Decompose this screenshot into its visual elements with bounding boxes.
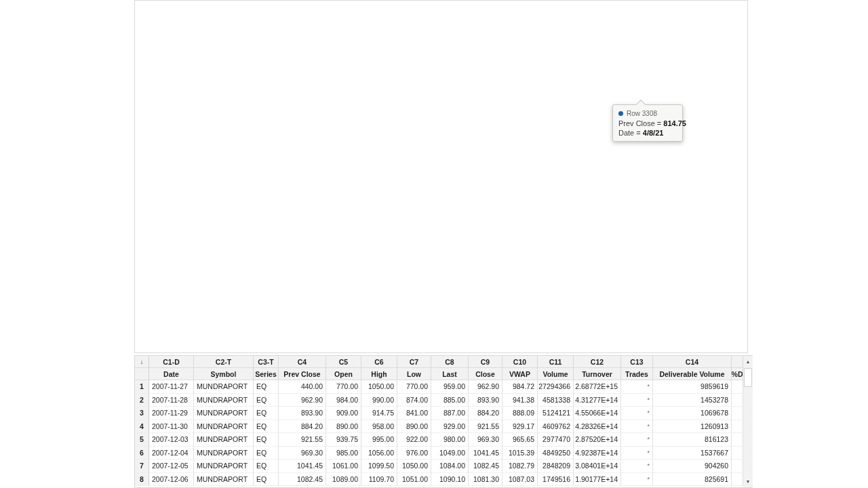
chevron-down-icon: ▼ bbox=[449, 259, 455, 266]
x-tick-label: 0 bbox=[518, 263, 552, 270]
group-variable-box[interactable] bbox=[279, 286, 461, 310]
column-item-deliverable-volume[interactable]: C14Deliverable Volume bbox=[135, 262, 273, 281]
column-item-last[interactable]: C8Last bbox=[135, 148, 273, 167]
reset-button[interactable]: Reset bbox=[212, 328, 260, 346]
highlighted-point[interactable] bbox=[638, 85, 650, 97]
gallery-grid-icon bbox=[487, 21, 502, 39]
table-row[interactable]: 62007-12-04MUNDRAPORTEQ969.30985.001056.… bbox=[135, 447, 743, 460]
table-row[interactable]: 42007-11-30MUNDRAPORTEQ884.20890.00958.0… bbox=[135, 420, 743, 434]
table-row[interactable]: 52007-12-03MUNDRAPORTEQ921.55939.75995.0… bbox=[135, 433, 743, 447]
y-variables-box[interactable]: Date✕ bbox=[279, 62, 461, 130]
remove-chip-icon[interactable]: ✕ bbox=[313, 73, 318, 80]
create-button[interactable]: Create bbox=[623, 328, 678, 346]
remove-chip-icon[interactable]: ✕ bbox=[334, 157, 339, 163]
gallery-tile-label: Gallery bbox=[483, 41, 505, 50]
x-variables-label: X variables bbox=[281, 136, 317, 144]
scrollbar-thumb[interactable] bbox=[744, 368, 752, 387]
titlebar[interactable]: Graph Builder — ✕ bbox=[134, 0, 748, 15]
cancel-button[interactable]: Cancel bbox=[688, 328, 732, 346]
scroll-up-icon[interactable]: ▲ bbox=[743, 357, 753, 367]
variable-chip-prev-close[interactable]: Prev Close✕ bbox=[285, 152, 344, 168]
v-gridline bbox=[604, 83, 604, 257]
layout-label: Layout bbox=[281, 244, 303, 252]
gallery-tile-label: Bar Chart bbox=[559, 41, 590, 50]
column-item-date[interactable]: C1Date bbox=[135, 15, 273, 34]
table-header-names[interactable]: DateSymbolSeriesPrev CloseOpenHighLowLas… bbox=[135, 368, 743, 380]
column-item-trades[interactable]: C13Trades bbox=[135, 243, 273, 262]
sort-arrow-icon: ↓ bbox=[135, 356, 149, 368]
y-tick-mark bbox=[529, 229, 532, 230]
column-item--deliverble[interactable]: C15%Deliverble bbox=[135, 281, 273, 300]
gallery-tile-scatterplot[interactable]: Scatterplot bbox=[651, 15, 699, 60]
collapse-triangle-icon: ▲ bbox=[281, 227, 286, 233]
y-tick-mark bbox=[529, 166, 532, 167]
y-tick-label: 6/18/20 bbox=[492, 97, 528, 104]
gallery-tile-gallery[interactable]: Gallery bbox=[471, 15, 518, 60]
chart-type-gallery: Galleryo ChartBar ChartPie ChartScatterp… bbox=[468, 15, 748, 63]
y-tick-label: 7/6/09 bbox=[492, 225, 528, 232]
y-tick-mark bbox=[529, 197, 532, 197]
x-tick-mark bbox=[604, 257, 604, 260]
group-variable-label: Group variable bbox=[281, 277, 330, 285]
restore-icon[interactable] bbox=[696, 0, 719, 14]
y-tick-mark bbox=[529, 134, 532, 134]
chevron-down-icon: ▼ bbox=[454, 39, 460, 45]
table-row[interactable]: 32007-11-29MUNDRAPORTEQ893.90909.00914.7… bbox=[135, 407, 743, 420]
series-dot-icon bbox=[618, 111, 623, 116]
gallery-tile-binned-scatterplot[interactable]: Binned Scatterplot bbox=[701, 15, 748, 60]
column-item-volume[interactable]: C11Volume bbox=[135, 205, 273, 224]
table-header-ids[interactable]: ↓C1-DC2-TC3-TC4C5C6C7C8C9C10C11C12C13C14 bbox=[135, 356, 743, 368]
minimize-icon[interactable]: — bbox=[668, 0, 691, 14]
column-item-turnover[interactable]: C12Turnover bbox=[135, 224, 273, 243]
gallery-tile-o-chart[interactable]: o Chart bbox=[519, 15, 551, 60]
gallery-tile-pie-chart[interactable]: Pie Chart bbox=[599, 15, 648, 60]
h-gridline bbox=[532, 166, 728, 167]
x-tick-mark bbox=[535, 257, 536, 260]
scatterplot-panel-icon bbox=[281, 22, 293, 37]
footer-bar: Help Reset Create Cancel bbox=[135, 319, 747, 352]
layout-grouping-section[interactable]: ▲ Layout and Grouping bbox=[274, 221, 466, 239]
x-tick-label: 1,000 bbox=[653, 263, 687, 270]
layout-select[interactable]: Separate graphs for each XY pair ▼ bbox=[279, 253, 461, 271]
gallery-tile-label: Pie Chart bbox=[609, 41, 639, 50]
point-tooltip: Row 3308 Prev Close = 814.75 Date = 4/8/… bbox=[612, 104, 683, 142]
column-item-close[interactable]: C9Close bbox=[135, 167, 273, 186]
x-tick-label: 500 bbox=[587, 263, 620, 270]
table-row[interactable]: 72007-12-05MUNDRAPORTEQ1041.451061.00109… bbox=[135, 460, 743, 473]
gallery-tile-bar-chart[interactable]: Bar Chart bbox=[551, 15, 598, 60]
window-title: Graph Builder bbox=[138, 3, 184, 11]
column-item-series[interactable]: C3Series bbox=[135, 53, 273, 72]
data-table: ↓C1-DC2-TC3-TC4C5C6C7C8C9C10C11C12C13C14… bbox=[134, 355, 753, 488]
pareto-chart-icon bbox=[528, 21, 542, 39]
x-variables-box[interactable]: Prev Close✕ bbox=[279, 146, 461, 212]
table-row[interactable]: 22007-11-28MUNDRAPORTEQ962.90984.00990.0… bbox=[135, 394, 743, 407]
column-item-symbol[interactable]: C2Symbol bbox=[135, 34, 273, 53]
y-tick-mark bbox=[529, 101, 532, 102]
column-item-vwap[interactable]: C10VWAP bbox=[135, 186, 273, 205]
chart-area: Date Prev Close Row 3308 Prev Close = 81… bbox=[468, 63, 748, 319]
column-item-high[interactable]: C6High bbox=[135, 110, 273, 129]
y-tick-label: 9/22/17 bbox=[492, 129, 528, 137]
table-vertical-scrollbar[interactable]: ▲ ▼ bbox=[743, 356, 753, 487]
tooltip-row: Row 3308 bbox=[627, 110, 657, 117]
column-item-open[interactable]: C5Open bbox=[135, 91, 273, 110]
binned-scatterplot-icon bbox=[717, 21, 732, 39]
column-item-low[interactable]: C7Low bbox=[135, 129, 273, 148]
x-tick-mark bbox=[670, 257, 671, 260]
variable-chip-date[interactable]: Date✕ bbox=[285, 68, 324, 85]
y-tick-label: 4/1/12 bbox=[492, 192, 528, 200]
table-row[interactable]: 12007-11-27MUNDRAPORTEQ440.00770.001050.… bbox=[135, 380, 743, 394]
y-variables-label: Y variables bbox=[281, 53, 317, 61]
builder-panel: Scatterplot Each Y versus each X▼ Y vari… bbox=[273, 15, 468, 319]
x-axis-title: Prev Close bbox=[576, 277, 658, 287]
table-row[interactable]: 82007-12-06MUNDRAPORTEQ1082.451089.00110… bbox=[135, 473, 743, 487]
pie-chart-icon bbox=[617, 21, 631, 39]
help-button[interactable]: Help bbox=[144, 328, 200, 346]
builder-title: Scatterplot bbox=[298, 24, 351, 35]
scroll-down-icon[interactable]: ▼ bbox=[743, 476, 753, 487]
mode-dropdown[interactable]: Each Y versus each X▼ bbox=[379, 37, 460, 45]
bar-chart-icon bbox=[567, 21, 582, 39]
close-icon[interactable]: ✕ bbox=[725, 0, 748, 14]
column-item-prev-close[interactable]: C4Prev Close bbox=[135, 72, 273, 91]
y-tick-label: 12/27/14 bbox=[492, 162, 528, 169]
